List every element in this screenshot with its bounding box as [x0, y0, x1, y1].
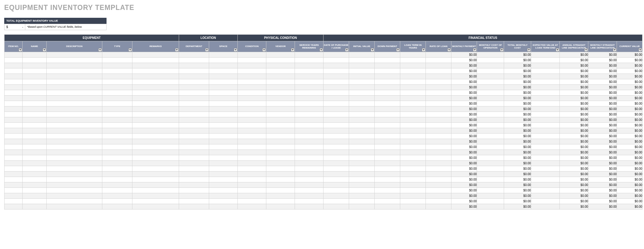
cell[interactable] — [179, 123, 209, 128]
cell[interactable] — [47, 58, 102, 63]
cell[interactable] — [295, 68, 324, 74]
column-header[interactable]: SERVICE YEARS REMAINING — [295, 41, 324, 52]
cell[interactable]: $0.00 — [588, 96, 617, 101]
cell[interactable] — [5, 123, 23, 128]
cell[interactable] — [179, 188, 209, 193]
cell[interactable] — [295, 193, 324, 199]
cell[interactable] — [179, 117, 209, 123]
cell[interactable] — [477, 63, 504, 68]
cell[interactable]: $0.00 — [451, 155, 477, 161]
cell[interactable] — [531, 188, 560, 193]
cell[interactable] — [47, 79, 102, 85]
cell[interactable] — [426, 193, 451, 199]
cell[interactable] — [295, 172, 324, 177]
cell[interactable] — [400, 68, 426, 74]
cell[interactable]: $0.00 — [617, 139, 642, 144]
cell[interactable] — [266, 117, 295, 123]
cell[interactable] — [266, 172, 295, 177]
cell[interactable] — [295, 161, 324, 166]
cell[interactable] — [132, 123, 179, 128]
cell[interactable] — [477, 172, 504, 177]
cell[interactable]: $0.00 — [451, 139, 477, 144]
cell[interactable] — [531, 128, 560, 134]
cell[interactable] — [426, 199, 451, 204]
cell[interactable] — [238, 166, 266, 172]
cell[interactable] — [349, 177, 375, 182]
cell[interactable] — [238, 155, 266, 161]
cell[interactable] — [375, 199, 400, 204]
cell[interactable] — [531, 117, 560, 123]
cell[interactable] — [209, 188, 238, 193]
filter-dropdown-icon[interactable] — [371, 48, 374, 52]
cell[interactable] — [375, 150, 400, 155]
cell[interactable] — [266, 106, 295, 112]
cell[interactable] — [324, 117, 349, 123]
cell[interactable]: $0.00 — [588, 144, 617, 150]
cell[interactable] — [426, 74, 451, 79]
cell[interactable] — [375, 144, 400, 150]
cell[interactable] — [400, 117, 426, 123]
cell[interactable]: $0.00 — [504, 144, 531, 150]
cell[interactable]: $0.00 — [588, 74, 617, 79]
cell[interactable] — [324, 177, 349, 182]
cell[interactable] — [266, 150, 295, 155]
cell[interactable] — [324, 161, 349, 166]
cell[interactable] — [349, 58, 375, 63]
cell[interactable] — [266, 166, 295, 172]
cell[interactable]: $0.00 — [504, 85, 531, 90]
cell[interactable] — [324, 68, 349, 74]
cell[interactable] — [295, 58, 324, 63]
cell[interactable] — [477, 58, 504, 63]
cell[interactable] — [132, 166, 179, 172]
cell[interactable] — [179, 144, 209, 150]
cell[interactable]: $0.00 — [504, 134, 531, 139]
cell[interactable] — [477, 166, 504, 172]
cell[interactable] — [324, 182, 349, 188]
cell[interactable] — [5, 112, 23, 117]
cell[interactable] — [349, 52, 375, 58]
cell[interactable] — [375, 112, 400, 117]
cell[interactable] — [238, 139, 266, 144]
cell[interactable] — [324, 155, 349, 161]
cell[interactable] — [5, 96, 23, 101]
column-header[interactable]: DATE OF PURCHASE / LEASE — [324, 41, 349, 52]
cell[interactable] — [400, 193, 426, 199]
cell[interactable] — [426, 63, 451, 68]
column-header[interactable]: DESCRIPTION — [47, 41, 102, 52]
cell[interactable] — [23, 139, 47, 144]
cell[interactable] — [477, 144, 504, 150]
cell[interactable] — [375, 172, 400, 177]
cell[interactable] — [426, 96, 451, 101]
cell[interactable] — [349, 74, 375, 79]
cell[interactable] — [209, 134, 238, 139]
cell[interactable] — [375, 96, 400, 101]
cell[interactable] — [132, 74, 179, 79]
cell[interactable] — [209, 96, 238, 101]
cell[interactable] — [295, 139, 324, 144]
cell[interactable] — [349, 161, 375, 166]
cell[interactable] — [349, 199, 375, 204]
cell[interactable] — [209, 112, 238, 117]
cell[interactable] — [266, 188, 295, 193]
cell[interactable] — [238, 63, 266, 68]
cell[interactable]: $0.00 — [617, 74, 642, 79]
cell[interactable] — [324, 193, 349, 199]
cell[interactable] — [400, 204, 426, 210]
cell[interactable] — [266, 74, 295, 79]
cell[interactable] — [47, 85, 102, 90]
cell[interactable] — [47, 182, 102, 188]
cell[interactable] — [295, 96, 324, 101]
cell[interactable] — [324, 106, 349, 112]
cell[interactable] — [209, 161, 238, 166]
cell[interactable] — [179, 155, 209, 161]
cell[interactable]: $0.00 — [617, 52, 642, 58]
cell[interactable] — [426, 106, 451, 112]
cell[interactable] — [266, 79, 295, 85]
cell[interactable] — [23, 193, 47, 199]
cell[interactable] — [179, 134, 209, 139]
cell[interactable] — [531, 161, 560, 166]
cell[interactable]: $0.00 — [560, 144, 588, 150]
cell[interactable]: $0.00 — [451, 52, 477, 58]
filter-dropdown-icon[interactable] — [291, 48, 294, 52]
cell[interactable] — [295, 106, 324, 112]
